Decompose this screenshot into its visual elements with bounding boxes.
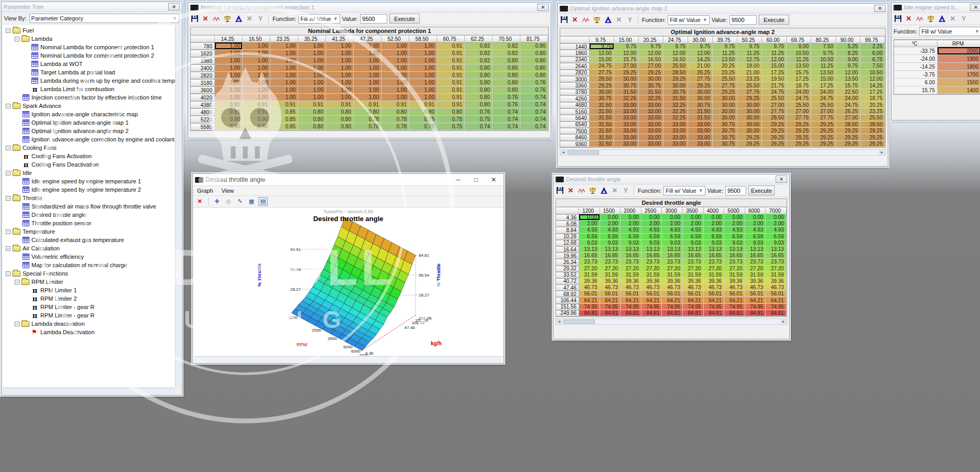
table-cell[interactable]: 4.93 <box>620 227 641 233</box>
table-cell[interactable]: 74.95 <box>704 304 725 310</box>
column-header[interactable]: °C <box>894 40 938 47</box>
disabled-x-icon[interactable]: ✕ <box>245 15 254 23</box>
table-cell[interactable]: -33.75 <box>894 47 938 55</box>
table-cell[interactable]: 31.50 <box>590 108 614 115</box>
table-cell[interactable]: 27.75 <box>762 108 787 115</box>
row-header[interactable]: 5160 <box>560 108 590 115</box>
table-cell[interactable]: 9.03 <box>724 240 745 246</box>
table-cell[interactable]: 11.25 <box>737 50 762 56</box>
tree-item[interactable]: −Lambda deactivation <box>3 320 175 328</box>
table-cell[interactable]: -24.00 <box>894 55 938 63</box>
compare-icon[interactable]: A <box>234 15 243 23</box>
expander-icon[interactable]: − <box>6 229 10 234</box>
table-cell[interactable]: 16.65 <box>766 253 787 259</box>
table-cell[interactable]: 13.13 <box>766 246 787 253</box>
row-header[interactable]: 3180 <box>191 79 215 86</box>
table-cell[interactable]: 16.65 <box>641 253 662 259</box>
tree-item[interactable]: πRPM Limiter 1 <box>3 286 175 294</box>
table-cell[interactable]: 2.00 <box>683 221 704 227</box>
expander-icon[interactable]: − <box>6 28 10 33</box>
table-cell[interactable]: 74.95 <box>620 304 641 310</box>
table-cell[interactable]: 56.01 <box>745 291 766 297</box>
function-select[interactable]: Fill w/ Value▼ <box>298 14 340 24</box>
table-cell[interactable]: 30.75 <box>590 95 614 102</box>
table-cell[interactable]: 29.25 <box>737 134 762 140</box>
table-cell[interactable]: 1.00 <box>215 72 243 79</box>
table-cell[interactable]: 64.21 <box>704 297 725 303</box>
table-cell[interactable]: 0.00 <box>600 214 621 221</box>
table-cell[interactable]: 30.75 <box>713 122 737 128</box>
table-cell[interactable]: 0.85 <box>270 123 298 130</box>
waveform-icon[interactable] <box>578 186 586 194</box>
function-select[interactable]: Fill w/ Value▼ <box>668 15 709 25</box>
table-cell[interactable]: 33.00 <box>639 128 663 134</box>
table-cell[interactable]: 46.73 <box>683 284 704 291</box>
table-cell[interactable]: 29.25 <box>713 89 737 95</box>
column-header[interactable]: 4000 <box>704 207 725 214</box>
column-header[interactable]: 47.25 <box>354 35 382 42</box>
expander-icon[interactable]: − <box>15 280 19 284</box>
table-cell[interactable]: 39.36 <box>641 278 662 284</box>
tree-item[interactable]: Target Lambda at partial load <box>3 68 175 76</box>
table-cell[interactable]: 31.50 <box>590 115 614 121</box>
tree-item[interactable]: Nominal Lambda for component protection … <box>3 51 175 60</box>
table-cell[interactable]: 2.00 <box>745 221 766 227</box>
table-cell[interactable]: 23.25 <box>713 70 737 76</box>
table-cell[interactable]: 29.25 <box>787 141 811 147</box>
table-cell[interactable]: 64.21 <box>745 297 766 303</box>
table-cell[interactable]: 1.00 <box>409 94 437 101</box>
table-cell[interactable]: 39.36 <box>600 278 621 284</box>
column-header[interactable]: 9.75 <box>590 36 614 43</box>
table-cell[interactable]: 1.00 <box>382 72 409 79</box>
table-cell[interactable]: 29.25 <box>861 134 885 140</box>
table-cell[interactable]: 0.75 <box>409 116 437 123</box>
table-cell[interactable]: 0.74 <box>520 123 548 130</box>
table-cell[interactable]: 4.93 <box>724 227 745 233</box>
table-cell[interactable]: 6.59 <box>704 234 725 240</box>
table-cell[interactable]: 1.00 <box>409 50 437 57</box>
table-cell[interactable]: 1.00 <box>243 86 270 94</box>
table-cell[interactable]: 27.00 <box>811 108 836 115</box>
table-cell[interactable]: 1.00 <box>243 64 270 72</box>
table-cell[interactable]: 7.50 <box>811 43 836 50</box>
table-cell[interactable]: 29.25 <box>737 141 762 147</box>
table-cell[interactable]: 32.25 <box>639 95 663 102</box>
tree-item[interactable]: −Cooling Fans <box>3 144 175 152</box>
table-cell[interactable]: 0.80 <box>493 72 520 79</box>
window-titlebar[interactable]: Desired throttle angle ─ □ ✕ <box>193 174 504 186</box>
table-cell[interactable]: -14.25 <box>894 63 938 71</box>
table-cell[interactable]: 64.21 <box>724 297 745 303</box>
table-cell[interactable]: 33.00 <box>663 128 688 134</box>
table-cell[interactable]: 6.00 <box>894 79 938 86</box>
table-cell[interactable]: 29.25 <box>688 82 713 89</box>
row-header[interactable]: 3600 <box>191 86 215 94</box>
row-header[interactable]: 16.64 <box>556 246 579 253</box>
table-cell[interactable]: 1.00 <box>382 79 409 86</box>
tree-item[interactable]: Optimal Ignition advance-angle map 2 <box>3 127 175 135</box>
table-cell[interactable]: 9.75 <box>811 50 836 56</box>
table-cell[interactable]: 33.00 <box>614 115 639 121</box>
tree-item[interactable]: Ignition advance-angle correction by eng… <box>3 135 175 144</box>
table-cell[interactable]: 31.50 <box>590 128 614 134</box>
table-cell[interactable]: 0.91 <box>354 101 382 108</box>
column-header[interactable]: 14.25 <box>215 35 243 42</box>
column-header[interactable]: 1200 <box>579 207 600 214</box>
column-header[interactable]: 2000 <box>620 207 641 214</box>
table-cell[interactable]: 1.00 <box>270 79 298 86</box>
row-header[interactable]: 5580 <box>191 123 215 130</box>
table-cell[interactable]: 9.75 <box>836 63 861 69</box>
compare-icon[interactable]: A <box>600 186 608 194</box>
table-cell[interactable]: 33.00 <box>614 102 639 108</box>
table-cell[interactable]: 17.25 <box>861 89 885 95</box>
table-cell[interactable]: 27.20 <box>641 266 662 272</box>
table-cell[interactable]: 23.25 <box>861 108 885 115</box>
grid-view-icon[interactable]: ▤ <box>258 197 268 206</box>
table-cell[interactable]: 27.75 <box>737 89 762 95</box>
table-cell[interactable]: 0.80 <box>326 116 354 123</box>
tree-item[interactable]: Ignition advance-angle characteristic ma… <box>3 110 175 118</box>
table-cell[interactable]: 1.00 <box>298 79 326 86</box>
table-cell[interactable]: 0.80 <box>298 108 326 116</box>
table-cell[interactable]: 24.75 <box>836 102 861 108</box>
table-cell[interactable]: 0.74 <box>493 116 520 123</box>
table-cell[interactable]: 64.21 <box>766 297 787 303</box>
